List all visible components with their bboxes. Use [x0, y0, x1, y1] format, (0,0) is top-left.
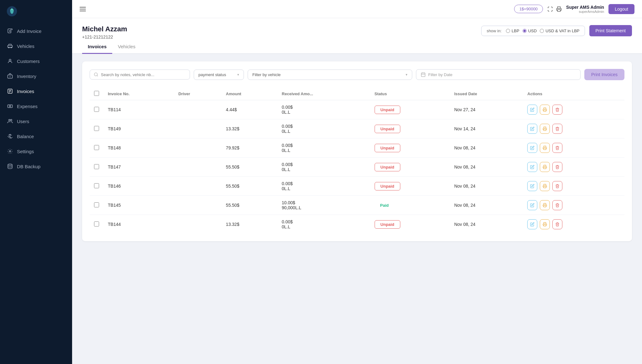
row-checkbox-1[interactable]	[94, 126, 99, 131]
sidebar-item-db-backup[interactable]: DB Backup	[0, 159, 72, 174]
edit-button-6[interactable]	[527, 219, 537, 229]
show-in-usd-vat-radio[interactable]	[540, 29, 544, 33]
show-in-controls: show in: LBP USD USD & VAT in LBP Print …	[481, 25, 632, 36]
show-in-lbp-radio[interactable]	[506, 29, 510, 33]
delete-button-3[interactable]	[552, 162, 562, 172]
sidebar-item-expenses[interactable]: Expenses	[0, 99, 72, 113]
row-issued-date: Nov 08, 24	[450, 158, 523, 177]
topbar-icons	[547, 6, 562, 12]
print-button-0[interactable]	[540, 105, 550, 115]
edit-button-5[interactable]	[527, 200, 537, 210]
row-issued-date: Nov 14, 24	[450, 119, 523, 138]
search-box	[90, 70, 190, 80]
tabs-area: Invoices Vehicles	[72, 39, 642, 54]
print-button-6[interactable]	[540, 219, 550, 229]
row-amount: 55.50$	[222, 158, 277, 177]
row-checkbox-6[interactable]	[94, 221, 99, 226]
row-received: 0.00$ 0L.L	[277, 119, 370, 138]
sidebar-item-inventory[interactable]: Inventory	[0, 69, 72, 83]
select-all-checkbox[interactable]	[94, 91, 99, 96]
sidebar: Add Invoice Vehicles Customers Inventory	[0, 0, 72, 364]
fullscreen-button[interactable]	[547, 6, 553, 12]
sidebar-item-customers[interactable]: Customers	[0, 54, 72, 68]
print-statement-button[interactable]: Print Statement	[589, 25, 632, 36]
sidebar-item-settings[interactable]: Settings	[0, 144, 72, 159]
show-in-area: show in: LBP USD USD & VAT in LBP	[481, 26, 585, 36]
vehicle-filter[interactable]: Filter by vehicle ▾	[248, 70, 412, 80]
sidebar-label-inventory: Inventory	[17, 74, 36, 79]
row-status: Unpaid	[370, 177, 450, 196]
row-driver	[174, 177, 222, 196]
row-issued-date: Nov 27, 24	[450, 100, 523, 119]
status-badge: Unpaid	[375, 182, 400, 190]
row-checkbox-4[interactable]	[94, 183, 99, 188]
edit-button-3[interactable]	[527, 162, 537, 172]
delete-button-5[interactable]	[552, 200, 562, 210]
delete-button-4[interactable]	[552, 181, 562, 191]
print-button-4[interactable]	[540, 181, 550, 191]
edit-button-0[interactable]	[527, 105, 537, 115]
show-in-usd[interactable]: USD	[523, 29, 537, 33]
svg-point-15	[11, 119, 12, 121]
box-icon	[7, 73, 13, 79]
sidebar-navigation: Add Invoice Vehicles Customers Inventory	[0, 21, 72, 176]
delete-button-6[interactable]	[552, 219, 562, 229]
sidebar-item-vehicles[interactable]: Vehicles	[0, 39, 72, 53]
show-in-usd-vat[interactable]: USD & VAT in LBP	[540, 29, 579, 33]
row-checkbox-0[interactable]	[94, 107, 99, 112]
edit-button-1[interactable]	[527, 124, 537, 134]
sidebar-label-expenses: Expenses	[17, 104, 38, 109]
show-in-lbp[interactable]: LBP	[506, 29, 519, 33]
col-actions: Actions	[523, 88, 624, 100]
print-button-5[interactable]	[540, 200, 550, 210]
search-input[interactable]	[101, 72, 186, 77]
topbar: 1$=90000 Super AMS Admin superAmsAdmin L…	[72, 0, 642, 18]
search-icon	[94, 72, 98, 77]
filter-row: payment status ▾ Filter by vehicle ▾ Fil…	[90, 69, 624, 80]
row-amount: 55.50$	[222, 196, 277, 215]
row-actions	[523, 138, 624, 158]
row-checkbox-2[interactable]	[94, 145, 99, 150]
sidebar-item-users[interactable]: Users	[0, 114, 72, 128]
table-row: TB144 13.32$ 0.00$ 0L.L Unpaid Nov 08, 2…	[90, 215, 624, 234]
admin-name: Super AMS Admin	[566, 5, 604, 10]
row-received: 0.00$ 0L.L	[277, 100, 370, 119]
status-badge: Unpaid	[375, 106, 400, 114]
hamburger-menu[interactable]	[80, 7, 86, 11]
sidebar-item-invoices[interactable]: Invoices	[0, 84, 72, 98]
col-driver: Driver	[174, 88, 222, 100]
sidebar-item-add-invoice[interactable]: Add Invoice	[0, 24, 72, 38]
row-invoice-no: TB114	[103, 100, 174, 119]
row-checkbox-cell	[90, 138, 103, 158]
print-button-1[interactable]	[540, 124, 550, 134]
topbar-left	[80, 7, 86, 11]
logout-button[interactable]: Logout	[608, 4, 634, 14]
tab-vehicles[interactable]: Vehicles	[112, 39, 141, 54]
table-row: TB148 79.92$ 0.00$ 0L.L Unpaid Nov 08, 2…	[90, 138, 624, 158]
row-checkbox-cell	[90, 119, 103, 138]
row-checkbox-5[interactable]	[94, 202, 99, 207]
printer-button[interactable]	[556, 6, 562, 12]
row-invoice-no: TB146	[103, 177, 174, 196]
edit-button-2[interactable]	[527, 143, 537, 153]
show-in-usd-radio[interactable]	[523, 29, 527, 33]
col-invoice-no: Invoice No.	[103, 88, 174, 100]
delete-button-0[interactable]	[552, 105, 562, 115]
table-row: TB114 4.44$ 0.00$ 0L.L Unpaid Nov 27, 24	[90, 100, 624, 119]
print-button-2[interactable]	[540, 143, 550, 153]
invoice-table: Invoice No. Driver Amount Received Amo..…	[90, 88, 624, 234]
row-checkbox-3[interactable]	[94, 164, 99, 169]
sidebar-item-balance[interactable]: Balance	[0, 129, 72, 143]
exchange-rate-button[interactable]: 1$=90000	[514, 5, 543, 13]
row-issued-date: Nov 08, 24	[450, 215, 523, 234]
row-status: Paid	[370, 196, 450, 215]
date-filter[interactable]: Filter by Date	[416, 69, 581, 80]
tab-invoices[interactable]: Invoices	[82, 39, 112, 54]
edit-button-4[interactable]	[527, 181, 537, 191]
print-button-3[interactable]	[540, 162, 550, 172]
sidebar-label-invoices: Invoices	[17, 89, 34, 94]
print-invoices-button[interactable]: Print Invoices	[584, 69, 624, 80]
payment-status-filter[interactable]: payment status ▾	[194, 70, 244, 80]
delete-button-1[interactable]	[552, 124, 562, 134]
delete-button-2[interactable]	[552, 143, 562, 153]
